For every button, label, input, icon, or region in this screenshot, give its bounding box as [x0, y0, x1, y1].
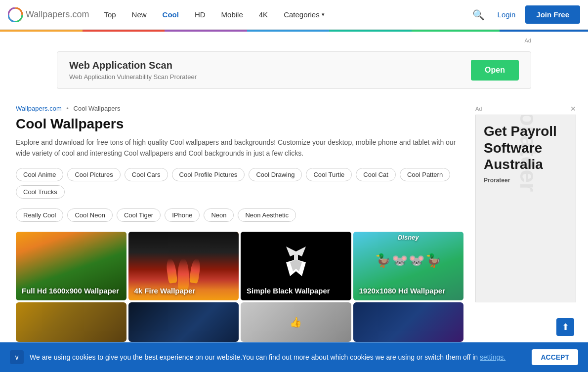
breadcrumb-home[interactable]: Wallpapers.com	[16, 105, 62, 112]
tag-cool-trucks[interactable]: Cool Trucks	[16, 185, 65, 199]
tag-really-cool[interactable]: Really Cool	[16, 208, 63, 222]
logo-link[interactable]: Wallpapers.com	[8, 7, 89, 22]
tag-cool-pattern[interactable]: Cool Pattern	[400, 168, 450, 181]
tag-cool-cars[interactable]: Cool Cars	[125, 168, 168, 181]
nav-link-hd[interactable]: HD	[188, 7, 212, 22]
navbar: Wallpapers.com Top New Cool HD Mobile 4K…	[0, 0, 588, 32]
nav-link-4k[interactable]: 4K	[252, 7, 275, 22]
tag-neon[interactable]: Neon	[204, 208, 234, 222]
join-free-button[interactable]: Join Free	[525, 5, 580, 24]
page-description: Explore and download for free tons of hi…	[16, 137, 463, 159]
wallpaper-card-mountain[interactable]: Full Hd 1600x900 Wallpaper	[16, 232, 126, 301]
cookie-settings-link[interactable]: settings.	[480, 353, 505, 361]
sidebar-ad-label: Ad ✕	[475, 105, 576, 113]
tag-cool-cat[interactable]: Cool Cat	[356, 168, 396, 181]
tag-cool-profile[interactable]: Cool Profile Pictures	[172, 168, 245, 181]
categories-dropdown[interactable]: Categories ▾	[277, 7, 332, 22]
sidebar-ad: Ad ✕ Get Payroll Software Australia Pror…	[471, 101, 580, 342]
breadcrumb-separator: •	[66, 105, 69, 112]
tag-cool-drawing[interactable]: Cool Drawing	[249, 168, 302, 181]
top-ad-banner: Web Application Scan Web Application Vul…	[57, 51, 531, 89]
cookie-accept-button[interactable]: ACCEPT	[532, 349, 578, 365]
cookie-banner: ∨ We are using cookies to give you the b…	[0, 342, 588, 372]
scroll-to-top-button[interactable]: ⬆	[556, 318, 574, 336]
tags-container: Cool Anime Cool Pictures Cool Cars Cool …	[16, 168, 463, 199]
wallpaper-card-row2-2[interactable]	[128, 302, 239, 342]
tag-cool-tiger[interactable]: Cool Tiger	[117, 208, 161, 222]
logo-text: Wallpapers.com	[26, 9, 89, 20]
wallpaper-label-fire: 4k Fire Wallpaper	[134, 286, 196, 296]
wallpaper-card-row2-4[interactable]	[353, 302, 464, 342]
breadcrumb: Wallpapers.com • Cool Wallpapers	[16, 105, 463, 112]
wallpaper-label-black: Simple Black Wallpaper	[247, 286, 330, 296]
tag-cool-turtle[interactable]: Cool Turtle	[306, 168, 352, 181]
sidebar-ad-close[interactable]: ✕	[570, 105, 576, 113]
search-icon[interactable]: 🔍	[470, 6, 488, 24]
sidebar-watermark: Prorateer	[513, 115, 542, 192]
wallpaper-grid: Full Hd 1600x900 Wallpaper 4k Fire Wallp…	[16, 232, 463, 301]
wallpaper-card-disney[interactable]: 🦆🐭🐭🦆 Disney 1920x1080 Hd Wallpaper	[353, 232, 464, 301]
tags-container-row2: Really Cool Cool Neon Cool Tiger IPhone …	[16, 208, 463, 222]
content-area: Wallpapers.com • Cool Wallpapers Cool Wa…	[8, 101, 471, 342]
nav-link-cool[interactable]: Cool	[156, 7, 186, 22]
tag-cool-neon[interactable]: Cool Neon	[67, 208, 112, 222]
wallpaper-card-row2-3[interactable]: 👍	[241, 302, 351, 342]
wallpaper-card-fire[interactable]: 4k Fire Wallpaper	[128, 232, 239, 301]
page-title: Cool Wallpapers	[16, 116, 463, 132]
breadcrumb-current: Cool Wallpapers	[74, 105, 121, 112]
tag-cool-pictures[interactable]: Cool Pictures	[67, 168, 120, 181]
wallpaper-grid-row2: 👍	[16, 302, 463, 342]
wallpaper-card-black[interactable]: Simple Black Wallpaper	[241, 232, 351, 301]
tag-neon-aesthetic[interactable]: Neon Aesthetic	[238, 208, 295, 222]
ad-banner-title: Web Application Scan	[69, 60, 197, 71]
chevron-down-icon: ▾	[322, 11, 325, 18]
ad-badge-top: Ad	[525, 38, 531, 43]
tag-iphone[interactable]: IPhone	[165, 208, 200, 222]
wallpaper-label-mountain: Full Hd 1600x900 Wallpaper	[22, 286, 119, 296]
nav-link-new[interactable]: New	[125, 7, 154, 22]
sidebar-ad-inner: Get Payroll Software Australia Prorateer…	[475, 115, 576, 302]
login-link[interactable]: Login	[490, 7, 524, 22]
ad-open-button[interactable]: Open	[471, 60, 519, 81]
wallpaper-label-disney: 1920x1080 Hd Wallpaper	[359, 286, 446, 296]
wallpaper-card-row2-1[interactable]	[16, 302, 126, 342]
logo-icon	[8, 7, 23, 22]
cookie-banner-text: We are using cookies to give you the bes…	[30, 353, 526, 361]
tag-cool-anime[interactable]: Cool Anime	[16, 168, 63, 181]
nav-link-top[interactable]: Top	[97, 7, 123, 22]
nav-link-mobile[interactable]: Mobile	[214, 7, 250, 22]
cookie-collapse-button[interactable]: ∨	[10, 350, 24, 364]
ad-banner-subtitle: Web Application Vulnerability Scan Prora…	[69, 73, 197, 81]
